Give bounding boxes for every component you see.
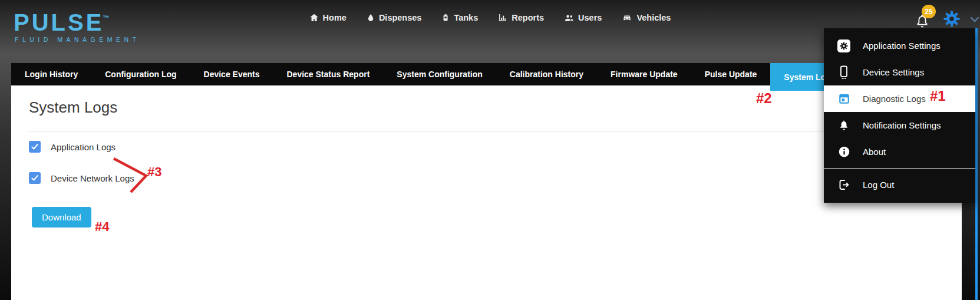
pulse-logo[interactable]: PULSE™ FLUID MANAGEMENT bbox=[14, 6, 140, 43]
tab-configuration-log[interactable]: Configuration Log bbox=[91, 63, 190, 85]
car-icon bbox=[622, 13, 632, 22]
nav-item-tanks[interactable]: Tanks bbox=[441, 13, 478, 22]
menu-item-application-settings[interactable]: Application Settings bbox=[824, 32, 975, 59]
user-menu-chevron[interactable] bbox=[970, 14, 979, 25]
notifications-button[interactable]: 25 bbox=[913, 8, 933, 28]
device-network-logs-checkbox[interactable] bbox=[29, 172, 41, 184]
menu-item-about[interactable]: About bbox=[824, 139, 975, 165]
settings-dropdown-menu: Application Settings Device Settings Dia… bbox=[824, 28, 975, 203]
logo-wordmark: PULSE™ bbox=[14, 6, 140, 34]
annotation-1: #1 bbox=[930, 88, 946, 104]
download-button[interactable]: Download bbox=[32, 207, 91, 228]
nav-item-users[interactable]: Users bbox=[564, 13, 602, 22]
tab-system-configuration[interactable]: System Configuration bbox=[383, 63, 496, 85]
users-icon bbox=[564, 13, 574, 22]
system-logs-panel: System Logs Application Logs Device Netw… bbox=[11, 85, 962, 228]
chevron-down-icon bbox=[970, 17, 979, 22]
device-network-logs-row: Device Network Logs bbox=[29, 172, 944, 184]
menu-item-diagnostic-logs[interactable]: Diagnostic Logs bbox=[824, 85, 975, 112]
annotation-2: #2 bbox=[756, 90, 772, 107]
content-card: Login History Configuration Log Device E… bbox=[11, 63, 962, 300]
device-icon bbox=[837, 65, 851, 80]
tab-device-events[interactable]: Device Events bbox=[190, 63, 273, 85]
menu-item-label: Log Out bbox=[863, 180, 894, 190]
application-logs-checkbox[interactable] bbox=[29, 141, 41, 153]
menu-item-label: Notification Settings bbox=[863, 120, 941, 130]
logout-icon bbox=[837, 178, 851, 192]
page-title: System Logs bbox=[29, 98, 944, 117]
checkbox-label: Application Logs bbox=[51, 142, 116, 152]
header-actions: 25 bbox=[913, 8, 979, 28]
tab-firmware-update[interactable]: Firmware Update bbox=[597, 63, 691, 85]
logo-tagline: FLUID MANAGEMENT bbox=[15, 36, 140, 43]
bell-icon bbox=[837, 118, 851, 133]
nav-item-home[interactable]: Home bbox=[309, 13, 347, 22]
application-logs-row: Application Logs bbox=[29, 141, 944, 153]
nav-item-vehicles[interactable]: Vehicles bbox=[622, 13, 671, 22]
checkmark-icon bbox=[31, 174, 39, 182]
trademark-symbol: ™ bbox=[103, 14, 109, 21]
tab-login-history[interactable]: Login History bbox=[11, 63, 91, 85]
menu-item-label: About bbox=[863, 147, 886, 157]
bar-chart-icon bbox=[498, 13, 507, 22]
nav-label: Tanks bbox=[454, 13, 478, 22]
title-divider bbox=[29, 131, 944, 131]
nav-label: Reports bbox=[512, 13, 544, 22]
droplet-icon bbox=[367, 13, 375, 22]
menu-item-label: Application Settings bbox=[863, 41, 941, 51]
tab-pulse-update[interactable]: Pulse Update bbox=[691, 63, 771, 85]
nav-item-reports[interactable]: Reports bbox=[498, 13, 544, 22]
nav-label: Home bbox=[323, 13, 347, 22]
settings-gear-button[interactable] bbox=[943, 10, 961, 28]
main-nav: Home Dispenses Tanks Reports Users Vehic… bbox=[309, 13, 671, 22]
nav-label: Vehicles bbox=[636, 13, 671, 22]
checkmark-icon bbox=[31, 143, 39, 151]
info-icon bbox=[837, 145, 851, 159]
notification-badge: 25 bbox=[922, 5, 936, 18]
menu-item-label: Device Settings bbox=[863, 67, 924, 77]
annotation-3: #3 bbox=[147, 164, 161, 180]
menu-divider bbox=[824, 168, 975, 169]
menu-item-device-settings[interactable]: Device Settings bbox=[824, 59, 975, 85]
app-settings-icon bbox=[837, 39, 851, 53]
menu-item-log-out[interactable]: Log Out bbox=[824, 172, 975, 198]
home-icon bbox=[309, 13, 319, 22]
annotation-4: #4 bbox=[95, 219, 109, 235]
logo-text: PULSE bbox=[14, 9, 104, 35]
menu-item-notification-settings[interactable]: Notification Settings bbox=[824, 112, 975, 139]
diagnostic-calendar-icon bbox=[837, 92, 851, 106]
checkbox-label: Device Network Logs bbox=[51, 173, 134, 183]
menu-item-label: Diagnostic Logs bbox=[863, 94, 926, 104]
sub-tab-bar: Login History Configuration Log Device E… bbox=[11, 63, 962, 85]
tab-device-status-report[interactable]: Device Status Report bbox=[273, 63, 384, 85]
nav-label: Dispenses bbox=[379, 13, 422, 22]
nav-label: Users bbox=[578, 13, 602, 22]
window-edge-highlight bbox=[975, 28, 978, 300]
tab-calibration-history[interactable]: Calibration History bbox=[496, 63, 597, 85]
nav-item-dispenses[interactable]: Dispenses bbox=[367, 13, 422, 22]
tank-icon bbox=[441, 13, 450, 22]
gear-icon bbox=[943, 10, 961, 28]
